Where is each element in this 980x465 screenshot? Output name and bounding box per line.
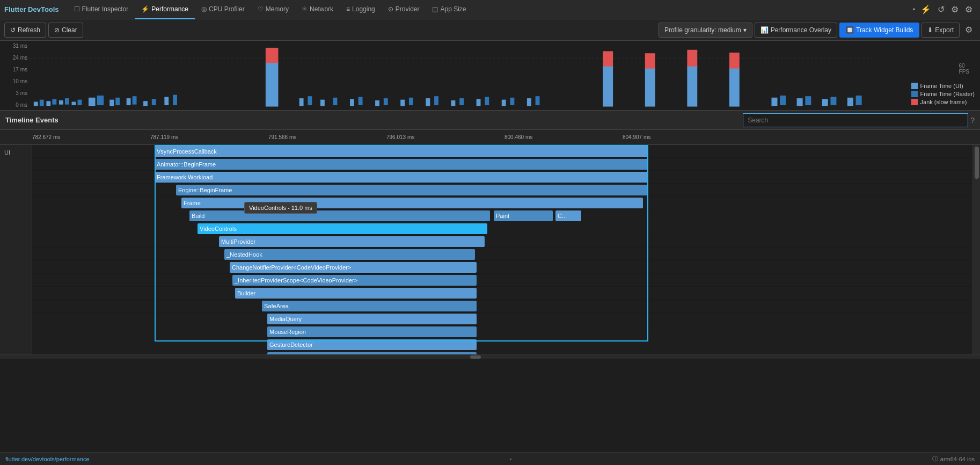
timeline-body: UI VsyncProcessCallback Animator::BeginF… bbox=[0, 145, 980, 354]
svg-rect-21 bbox=[299, 98, 304, 106]
info-icon: ⓘ bbox=[932, 455, 938, 463]
track-icon: 🔲 bbox=[846, 26, 854, 34]
svg-rect-3 bbox=[46, 101, 50, 106]
flame-row-15: GestureDetector bbox=[32, 338, 972, 351]
clear-icon: ⊘ bbox=[54, 26, 60, 34]
flame-row-2: Framework Workload bbox=[32, 171, 972, 184]
svg-rect-45 bbox=[687, 65, 697, 106]
flame-bar-inheritedprovider[interactable]: _InheritedProviderScope<CodeVideoProvide… bbox=[232, 275, 477, 286]
ruler-label-2: 791.566 ms bbox=[268, 134, 296, 140]
svg-rect-2 bbox=[40, 100, 44, 106]
flame-bar-engine[interactable]: Engine::BeginFrame bbox=[176, 185, 648, 195]
settings-export-icon-btn[interactable]: ⚙ bbox=[962, 23, 976, 37]
more-tabs-icon: • bbox=[911, 6, 917, 13]
svg-rect-5 bbox=[59, 100, 63, 105]
nav-tab-network[interactable]: ⚛ Network bbox=[295, 0, 340, 19]
flame-row-13: MediaQuery bbox=[32, 313, 972, 325]
timeline-content[interactable]: VsyncProcessCallback Animator::BeginFram… bbox=[32, 145, 972, 354]
svg-rect-22 bbox=[308, 96, 312, 105]
flame-bar-safearea[interactable]: SafeArea bbox=[262, 301, 477, 311]
svg-rect-48 bbox=[729, 53, 740, 69]
network-icon: ⚛ bbox=[302, 5, 308, 13]
svg-rect-7 bbox=[72, 102, 76, 105]
flame-row-14: MouseRegion bbox=[32, 325, 972, 338]
nav-tab-logging[interactable]: ≡ Logging bbox=[340, 0, 382, 19]
hscroll-thumb[interactable] bbox=[470, 355, 481, 359]
nav-tab-inspector[interactable]: ☐ Flutter Inspector bbox=[68, 0, 135, 19]
vertical-scrollbar[interactable] bbox=[972, 145, 980, 354]
svg-rect-38 bbox=[510, 98, 514, 105]
legend-jank: Jank (slow frame) bbox=[911, 99, 975, 105]
svg-rect-18 bbox=[173, 95, 177, 105]
flame-bar-nestedhook[interactable]: _NestedHook bbox=[224, 249, 475, 260]
svg-rect-12 bbox=[115, 98, 120, 105]
flame-bar-builder[interactable]: Builder bbox=[235, 288, 477, 299]
svg-rect-41 bbox=[603, 65, 613, 106]
flame-bar-mouseregion[interactable]: MouseRegion bbox=[267, 326, 477, 337]
refresh-button[interactable]: ↺ Refresh bbox=[4, 23, 46, 38]
svg-rect-29 bbox=[400, 100, 405, 106]
flame-bar-videocontrols[interactable]: VideoControls bbox=[198, 223, 487, 234]
flame-bar-c[interactable]: C... bbox=[555, 210, 581, 221]
chart-icon: 📊 bbox=[760, 26, 769, 34]
nav-tab-performance[interactable]: ⚡ Performance bbox=[135, 0, 195, 19]
platform-info: ⓘ arm64-64 ios bbox=[932, 455, 975, 463]
flame-bar-changenotifier[interactable]: ChangeNotifierProvider<CodeVideoProvider… bbox=[230, 262, 477, 273]
track-widget-builds-button[interactable]: 🔲 Track Widget Builds bbox=[839, 23, 919, 38]
flame-bar-vsync[interactable]: VsyncProcessCallback bbox=[155, 146, 648, 157]
nav-tab-provider[interactable]: ⊙ Provider bbox=[382, 0, 426, 19]
svg-rect-27 bbox=[375, 100, 379, 106]
svg-rect-56 bbox=[856, 96, 862, 105]
svg-rect-10 bbox=[97, 96, 104, 105]
legend-swatch-jank bbox=[911, 99, 918, 105]
clear-button[interactable]: ⊘ Clear bbox=[48, 23, 83, 38]
flame-bar-multiprovider[interactable]: MultiProvider bbox=[219, 236, 485, 247]
flame-row-10: _InheritedProviderScope<CodeVideoProvide… bbox=[32, 274, 972, 287]
svg-rect-13 bbox=[127, 98, 131, 105]
svg-rect-50 bbox=[780, 96, 786, 105]
flame-bar-build[interactable]: Build bbox=[189, 210, 490, 221]
memory-icon: ♡ bbox=[258, 5, 264, 13]
svg-rect-15 bbox=[143, 101, 148, 106]
performance-overlay-button[interactable]: 📊 Performance Overlay bbox=[755, 23, 837, 38]
settings-icon-btn[interactable]: ⚙ bbox=[948, 2, 962, 17]
flame-bar-frame[interactable]: Frame bbox=[181, 198, 643, 208]
svg-rect-54 bbox=[830, 97, 836, 105]
horizontal-scrollbar[interactable] bbox=[0, 354, 980, 359]
flame-bar-gesturedetector[interactable]: GestureDetector bbox=[267, 339, 477, 350]
svg-rect-46 bbox=[687, 50, 697, 67]
nav-tab-cpu[interactable]: ◎ CPU Profiler bbox=[195, 0, 251, 19]
scroll-thumb[interactable] bbox=[975, 147, 979, 179]
appsize-icon: ◫ bbox=[432, 5, 438, 13]
more-icon-btn[interactable]: ⚙ bbox=[962, 2, 976, 17]
ruler-label-5: 804.907 ms bbox=[623, 134, 650, 140]
export-button[interactable]: ⬇ Export bbox=[922, 23, 960, 38]
profile-granularity-dropdown[interactable]: Profile granularity: medium ▾ bbox=[659, 23, 752, 38]
flame-row-6: VideoControls bbox=[32, 222, 972, 235]
timeline-title: Timeline Events bbox=[5, 116, 743, 124]
flame-row-3: Engine::BeginFrame bbox=[32, 184, 972, 197]
flame-bar-paint[interactable]: Paint bbox=[494, 210, 553, 221]
devtools-link[interactable]: flutter.dev/devtools/performance bbox=[5, 456, 90, 462]
search-help-icon[interactable]: ? bbox=[970, 116, 975, 125]
lightning-icon-btn[interactable]: ⚡ bbox=[917, 2, 934, 17]
flame-row-11: Builder bbox=[32, 287, 972, 300]
export-icon: ⬇ bbox=[927, 26, 933, 34]
refresh-icon: ↺ bbox=[10, 26, 16, 34]
flame-row-9: ChangeNotifierProvider<CodeVideoProvider… bbox=[32, 261, 972, 274]
svg-rect-11 bbox=[109, 100, 114, 106]
svg-rect-39 bbox=[527, 98, 531, 106]
svg-rect-53 bbox=[822, 99, 828, 106]
svg-rect-4 bbox=[52, 99, 56, 104]
flame-bar-mediaquery[interactable]: MediaQuery bbox=[267, 314, 477, 324]
svg-rect-35 bbox=[477, 99, 481, 106]
search-input[interactable] bbox=[743, 113, 968, 127]
legend-swatch-raster bbox=[911, 91, 918, 97]
ruler-label-3: 796.013 ms bbox=[386, 134, 414, 140]
nav-tab-memory[interactable]: ♡ Memory bbox=[251, 0, 295, 19]
history-icon-btn[interactable]: ↺ bbox=[934, 2, 948, 17]
flame-bar-framework[interactable]: Framework Workload bbox=[155, 172, 648, 183]
flame-bar-animator[interactable]: Animator::BeginFrame bbox=[155, 159, 648, 170]
svg-rect-43 bbox=[645, 67, 655, 107]
nav-tab-appsize[interactable]: ◫ App Size bbox=[426, 0, 472, 19]
